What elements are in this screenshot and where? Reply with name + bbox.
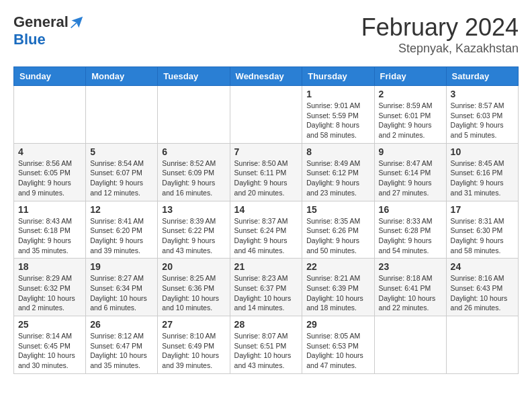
day-number: 4 (18, 146, 81, 157)
calendar-cell (446, 316, 518, 374)
calendar-cell: 10Sunrise: 8:45 AM Sunset: 6:16 PM Dayli… (446, 143, 518, 201)
day-number: 12 (90, 204, 153, 215)
logo-general-text: General (13, 13, 69, 31)
day-number: 15 (306, 204, 369, 215)
weekday-header-wednesday: Wednesday (230, 67, 302, 86)
day-number: 13 (162, 204, 225, 215)
day-info: Sunrise: 8:57 AM Sunset: 6:03 PM Dayligh… (451, 101, 514, 140)
day-number: 18 (18, 261, 81, 272)
calendar-week-row: 25Sunrise: 8:14 AM Sunset: 6:45 PM Dayli… (14, 316, 519, 374)
calendar-cell: 26Sunrise: 8:12 AM Sunset: 6:47 PM Dayli… (86, 316, 158, 374)
day-info: Sunrise: 8:16 AM Sunset: 6:43 PM Dayligh… (451, 273, 514, 313)
calendar-cell: 3Sunrise: 8:57 AM Sunset: 6:03 PM Daylig… (446, 86, 518, 144)
logo-blue-text: Blue (13, 31, 46, 48)
month-year-title: February 2024 (361, 13, 519, 42)
calendar-cell: 2Sunrise: 8:59 AM Sunset: 6:01 PM Daylig… (374, 86, 446, 144)
day-number: 7 (234, 146, 298, 157)
calendar-table: SundayMondayTuesdayWednesdayThursdayFrid… (13, 66, 519, 374)
logo: General Blue (13, 13, 83, 48)
day-info: Sunrise: 8:31 AM Sunset: 6:30 PM Dayligh… (451, 216, 514, 256)
calendar-cell: 20Sunrise: 8:25 AM Sunset: 6:36 PM Dayli… (158, 259, 230, 316)
day-number: 22 (306, 261, 369, 272)
calendar-week-row: 18Sunrise: 8:29 AM Sunset: 6:32 PM Dayli… (14, 259, 519, 316)
weekday-header-thursday: Thursday (302, 67, 374, 86)
calendar-cell: 22Sunrise: 8:21 AM Sunset: 6:39 PM Dayli… (302, 259, 374, 316)
calendar-cell: 17Sunrise: 8:31 AM Sunset: 6:30 PM Dayli… (446, 201, 518, 259)
weekday-header-sunday: Sunday (14, 67, 86, 86)
calendar-cell (230, 86, 302, 144)
day-number: 14 (234, 204, 298, 215)
day-info: Sunrise: 8:21 AM Sunset: 6:39 PM Dayligh… (306, 273, 369, 313)
day-info: Sunrise: 8:56 AM Sunset: 6:05 PM Dayligh… (18, 158, 81, 198)
day-number: 10 (451, 146, 514, 157)
day-number: 21 (234, 261, 298, 272)
day-number: 8 (306, 146, 369, 157)
calendar-header-row: SundayMondayTuesdayWednesdayThursdayFrid… (14, 67, 519, 86)
day-number: 24 (451, 261, 514, 272)
calendar-cell: 15Sunrise: 8:35 AM Sunset: 6:26 PM Dayli… (302, 201, 374, 259)
calendar-cell: 7Sunrise: 8:50 AM Sunset: 6:11 PM Daylig… (230, 143, 302, 201)
calendar-cell (158, 86, 230, 144)
day-number: 29 (306, 319, 369, 330)
day-info: Sunrise: 8:25 AM Sunset: 6:36 PM Dayligh… (162, 273, 225, 313)
day-number: 28 (234, 319, 298, 330)
day-info: Sunrise: 8:10 AM Sunset: 6:49 PM Dayligh… (162, 331, 225, 371)
day-number: 20 (162, 261, 225, 272)
calendar-cell: 25Sunrise: 8:14 AM Sunset: 6:45 PM Dayli… (14, 316, 86, 374)
calendar-cell: 16Sunrise: 8:33 AM Sunset: 6:28 PM Dayli… (374, 201, 446, 259)
calendar-week-row: 11Sunrise: 8:43 AM Sunset: 6:18 PM Dayli… (14, 201, 519, 259)
calendar-cell: 1Sunrise: 9:01 AM Sunset: 5:59 PM Daylig… (302, 86, 374, 144)
calendar-cell: 4Sunrise: 8:56 AM Sunset: 6:05 PM Daylig… (14, 143, 86, 201)
weekday-header-tuesday: Tuesday (158, 67, 230, 86)
calendar-cell: 6Sunrise: 8:52 AM Sunset: 6:09 PM Daylig… (158, 143, 230, 201)
day-info: Sunrise: 8:41 AM Sunset: 6:20 PM Dayligh… (90, 216, 153, 256)
day-info: Sunrise: 8:05 AM Sunset: 6:53 PM Dayligh… (306, 331, 369, 371)
day-info: Sunrise: 8:59 AM Sunset: 6:01 PM Dayligh… (379, 101, 442, 140)
calendar-cell: 5Sunrise: 8:54 AM Sunset: 6:07 PM Daylig… (86, 143, 158, 201)
day-number: 16 (379, 204, 442, 215)
weekday-header-saturday: Saturday (446, 67, 518, 86)
day-info: Sunrise: 8:14 AM Sunset: 6:45 PM Dayligh… (18, 331, 81, 371)
day-info: Sunrise: 8:39 AM Sunset: 6:22 PM Dayligh… (162, 216, 225, 256)
day-info: Sunrise: 8:50 AM Sunset: 6:11 PM Dayligh… (234, 158, 298, 198)
day-number: 26 (90, 319, 153, 330)
day-info: Sunrise: 9:01 AM Sunset: 5:59 PM Dayligh… (306, 101, 369, 140)
calendar-cell: 8Sunrise: 8:49 AM Sunset: 6:12 PM Daylig… (302, 143, 374, 201)
calendar-cell: 11Sunrise: 8:43 AM Sunset: 6:18 PM Dayli… (14, 201, 86, 259)
day-number: 23 (379, 261, 442, 272)
day-info: Sunrise: 8:27 AM Sunset: 6:34 PM Dayligh… (90, 273, 153, 313)
calendar-cell: 9Sunrise: 8:47 AM Sunset: 6:14 PM Daylig… (374, 143, 446, 201)
day-number: 11 (18, 204, 81, 215)
day-info: Sunrise: 8:18 AM Sunset: 6:41 PM Dayligh… (379, 273, 442, 313)
day-info: Sunrise: 8:54 AM Sunset: 6:07 PM Dayligh… (90, 158, 153, 198)
page-header: General Blue February 2024 Stepnyak, Kaz… (13, 13, 519, 56)
calendar-cell: 21Sunrise: 8:23 AM Sunset: 6:37 PM Dayli… (230, 259, 302, 316)
calendar-cell: 24Sunrise: 8:16 AM Sunset: 6:43 PM Dayli… (446, 259, 518, 316)
calendar-week-row: 4Sunrise: 8:56 AM Sunset: 6:05 PM Daylig… (14, 143, 519, 201)
day-info: Sunrise: 8:49 AM Sunset: 6:12 PM Dayligh… (306, 158, 369, 198)
day-info: Sunrise: 8:29 AM Sunset: 6:32 PM Dayligh… (18, 273, 81, 313)
day-info: Sunrise: 8:33 AM Sunset: 6:28 PM Dayligh… (379, 216, 442, 256)
weekday-header-monday: Monday (86, 67, 158, 86)
day-number: 25 (18, 319, 81, 330)
calendar-cell: 13Sunrise: 8:39 AM Sunset: 6:22 PM Dayli… (158, 201, 230, 259)
calendar-cell: 14Sunrise: 8:37 AM Sunset: 6:24 PM Dayli… (230, 201, 302, 259)
day-number: 2 (379, 89, 442, 99)
calendar-cell: 27Sunrise: 8:10 AM Sunset: 6:49 PM Dayli… (158, 316, 230, 374)
weekday-header-friday: Friday (374, 67, 446, 86)
day-info: Sunrise: 8:45 AM Sunset: 6:16 PM Dayligh… (451, 158, 514, 198)
calendar-cell: 23Sunrise: 8:18 AM Sunset: 6:41 PM Dayli… (374, 259, 446, 316)
day-info: Sunrise: 8:37 AM Sunset: 6:24 PM Dayligh… (234, 216, 298, 256)
location-subtitle: Stepnyak, Kazakhstan (361, 42, 519, 56)
calendar-cell (86, 86, 158, 144)
day-number: 3 (451, 89, 514, 99)
day-info: Sunrise: 8:23 AM Sunset: 6:37 PM Dayligh… (234, 273, 298, 313)
day-number: 19 (90, 261, 153, 272)
day-info: Sunrise: 8:52 AM Sunset: 6:09 PM Dayligh… (162, 158, 225, 198)
day-number: 1 (306, 89, 369, 99)
day-info: Sunrise: 8:43 AM Sunset: 6:18 PM Dayligh… (18, 216, 81, 256)
day-number: 6 (162, 146, 225, 157)
day-number: 27 (162, 319, 225, 330)
day-info: Sunrise: 8:35 AM Sunset: 6:26 PM Dayligh… (306, 216, 369, 256)
day-number: 17 (451, 204, 514, 215)
